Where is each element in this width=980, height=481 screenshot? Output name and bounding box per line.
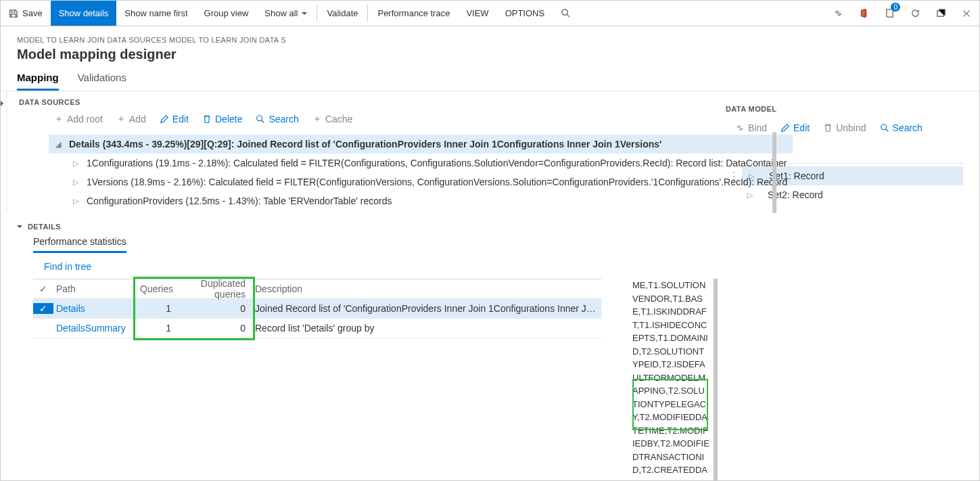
grid-row[interactable]: ✓ Details 1 0 Joined Record list of 'Con…	[33, 299, 601, 319]
caret-down-icon: ◢	[55, 140, 62, 149]
row-queries: 1	[135, 303, 177, 314]
row-description: Joined Record list of 'ConfigurationProv…	[251, 303, 601, 314]
data-sources-header: DATA SOURCES	[7, 91, 793, 106]
sql-preview: ME,T1.SOLUTIONVENDOR,T1.BASE,T1.ISKINDDR…	[632, 279, 718, 481]
delete-button[interactable]: Delete	[197, 110, 248, 128]
tree-node-configurationproviders[interactable]: ▷ConfigurationProviders (12.5ms - 1.43%)…	[66, 191, 793, 210]
expand-gutter-button[interactable]	[1, 98, 6, 213]
select-all-checkbox[interactable]: ✓	[33, 283, 53, 294]
cache-button[interactable]: ＋Cache	[307, 110, 358, 128]
options-tab[interactable]: OPTIONS	[497, 1, 553, 26]
caret-down-icon	[17, 225, 22, 231]
caret-right-icon: ▷	[73, 197, 80, 206]
dm-search-button[interactable]: Search	[874, 120, 928, 136]
col-description[interactable]: Description	[251, 283, 601, 294]
chevron-down-icon	[302, 12, 307, 18]
save-icon	[9, 9, 18, 18]
show-name-first-button[interactable]: Show name first	[116, 1, 195, 26]
datasource-types-gutter	[1, 91, 7, 213]
svg-line-4	[262, 120, 264, 123]
add-button[interactable]: ＋Add	[111, 110, 151, 128]
refresh-icon	[910, 8, 920, 18]
tab-validations[interactable]: Validations	[78, 72, 126, 91]
caret-right-icon: ▷	[73, 178, 80, 187]
row-path-link[interactable]: Details	[53, 303, 135, 314]
group-view-button[interactable]: Group view	[196, 1, 257, 26]
tree-node-1versions[interactable]: ▷1Versions (18.9ms - 2.16%): Calculated …	[66, 173, 793, 191]
popout-icon	[936, 8, 946, 18]
page-tabs: Mapping Validations	[1, 66, 979, 91]
toolbar-separator	[317, 5, 317, 22]
perf-grid: ✓ Path Queries Duplicated queries Descri…	[33, 279, 601, 481]
data-sources-toolbar: ＋Add root ＋Add Edit Delete Search ＋Cache	[7, 106, 793, 132]
validate-button[interactable]: Validate	[319, 1, 366, 26]
link-icon	[833, 8, 843, 18]
svg-point-3	[257, 116, 262, 121]
view-tab[interactable]: VIEW	[458, 1, 496, 26]
row-dup-queries: 0	[177, 303, 251, 314]
attach-button[interactable]	[825, 1, 851, 26]
col-path[interactable]: Path	[53, 283, 135, 294]
search-toolbar-button[interactable]	[553, 1, 578, 26]
notification-badge: 0	[891, 3, 900, 12]
ds-search-button[interactable]: Search	[250, 110, 304, 128]
save-label: Save	[22, 8, 43, 18]
svg-line-6	[885, 129, 888, 132]
breadcrumb: MODEL TO LEARN JOIN DATA SOURCES MODEL T…	[17, 36, 963, 44]
page-title: Model mapping designer	[17, 44, 963, 62]
popout-button[interactable]	[928, 1, 954, 26]
plus-icon: ＋	[116, 113, 126, 125]
trash-icon	[823, 123, 833, 133]
plus-icon: ＋	[312, 113, 322, 125]
header-area: MODEL TO LEARN JOIN DATA SOURCES MODEL T…	[1, 26, 979, 66]
tab-mapping[interactable]: Mapping	[17, 72, 59, 91]
save-button[interactable]: Save	[1, 1, 51, 26]
tree-scrollbar[interactable]	[772, 132, 776, 213]
unbind-button[interactable]: Unbind	[818, 120, 871, 136]
col-duplicated-queries[interactable]: Duplicated queries	[177, 278, 251, 300]
toolbar-separator	[367, 5, 368, 22]
row-path-link[interactable]: DetailsSummary	[53, 323, 135, 334]
pencil-icon	[160, 114, 169, 124]
edit-button[interactable]: Edit	[154, 110, 194, 128]
chevron-right-icon	[1, 101, 6, 106]
close-button[interactable]	[954, 1, 979, 26]
search-icon	[561, 8, 571, 18]
svg-point-0	[562, 9, 567, 15]
office-button[interactable]	[851, 1, 877, 26]
row-dup-queries: 0	[177, 323, 251, 334]
row-queries: 1	[135, 323, 177, 334]
svg-line-1	[567, 14, 569, 17]
toolbar-right: 0	[825, 1, 979, 26]
details-header[interactable]: DETAILS	[14, 213, 718, 236]
office-icon	[859, 8, 869, 18]
search-icon	[256, 114, 265, 124]
row-description: Record list 'Details' group by	[251, 323, 601, 334]
perf-statistics-tab[interactable]: Performance statistics	[33, 236, 126, 253]
col-queries[interactable]: Queries	[135, 283, 177, 294]
caret-right-icon: ▷	[73, 159, 80, 168]
svg-point-5	[881, 124, 886, 130]
trash-icon	[202, 114, 212, 124]
performance-trace-button[interactable]: Performance trace	[369, 1, 458, 26]
app-toolbar: Save Show details Show name first Group …	[1, 1, 979, 26]
add-root-button[interactable]: ＋Add root	[49, 110, 108, 128]
refresh-button[interactable]	[902, 1, 928, 26]
data-sources-tree: ◢Details (343.4ms - 39.25%)[29][Q:29]: J…	[7, 132, 793, 213]
grid-header: ✓ Path Queries Duplicated queries Descri…	[33, 279, 601, 299]
find-in-tree-link[interactable]: Find in tree	[14, 253, 91, 279]
notifications-button[interactable]: 0	[877, 1, 902, 26]
tree-node-details[interactable]: ◢Details (343.4ms - 39.25%)[29][Q:29]: J…	[49, 135, 793, 154]
close-icon	[962, 9, 971, 18]
row-check-icon: ✓	[33, 303, 53, 314]
grid-row[interactable]: DetailsSummary 1 0 Record list 'Details'…	[33, 319, 601, 338]
plus-icon: ＋	[54, 113, 64, 125]
show-all-button[interactable]: Show all	[256, 1, 315, 26]
show-details-button[interactable]: Show details	[51, 1, 117, 26]
search-icon	[880, 123, 889, 133]
tree-node-1configurations[interactable]: ▷1Configurations (19.1ms - 2.18%): Calcu…	[66, 154, 793, 173]
